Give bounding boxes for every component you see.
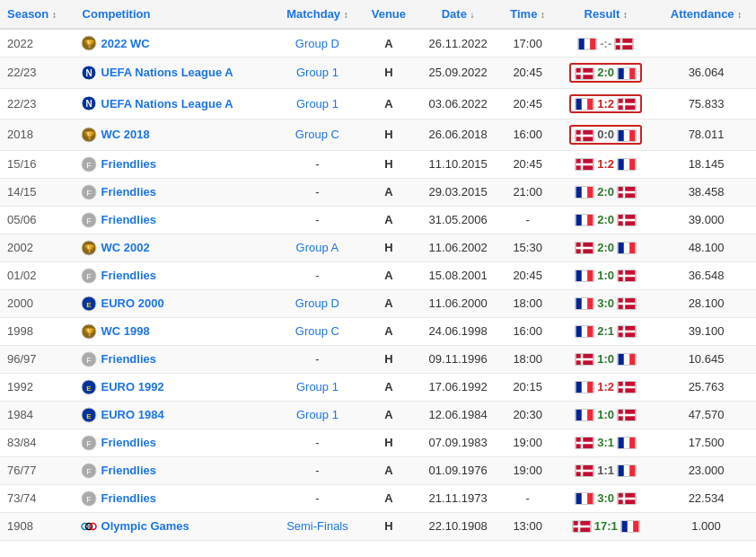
- attendance-cell: 17.500: [656, 429, 756, 456]
- svg-rect-2: [579, 39, 585, 49]
- table-row: 01/02 F Friendlies - A 15.08.2001 20:45 …: [0, 261, 756, 289]
- venue-cell: A: [361, 456, 416, 484]
- season-cell: 76/77: [0, 456, 75, 484]
- venue-cell: H: [361, 512, 416, 540]
- venue-cell: A: [361, 178, 416, 206]
- competition-cell: 🏆 WC 2018: [75, 119, 274, 151]
- competition-cell: E EURO 1984: [75, 401, 274, 429]
- svg-rect-43: [582, 187, 587, 198]
- col-attendance[interactable]: Attendance ↕: [656, 0, 756, 29]
- flag2: [617, 213, 637, 227]
- matchday-cell: Group 1: [274, 88, 362, 119]
- score: 3:0: [597, 491, 614, 505]
- venue-cell: A: [361, 206, 416, 234]
- flag2: [617, 296, 637, 311]
- attendance-cell: 47.570: [656, 401, 756, 429]
- svg-rect-50: [576, 215, 582, 225]
- score: 3:0: [597, 296, 614, 310]
- season-cell: 1908: [0, 512, 75, 540]
- col-result[interactable]: Result ↕: [555, 0, 656, 29]
- svg-text:F: F: [86, 495, 92, 504]
- svg-rect-44: [587, 187, 593, 198]
- competition-cell: 🏆 WC 2002: [75, 234, 274, 261]
- flag1: [575, 241, 594, 255]
- table-row: 2022 🏆 2022 WC Group D A 26.11.2022 17:0…: [0, 29, 756, 57]
- attendance-cell: 39.100: [656, 317, 756, 345]
- svg-text:🏆: 🏆: [84, 39, 94, 49]
- svg-rect-82: [576, 326, 582, 337]
- svg-rect-119: [629, 438, 635, 448]
- attendance-cell: 38.458: [656, 178, 756, 206]
- table-row: 2002 🏆 WC 2002 Group A H 11.06.2002 15:3…: [0, 234, 756, 261]
- svg-rect-15: [629, 68, 635, 79]
- score: 1:2: [597, 157, 614, 171]
- season-cell: 1998: [0, 317, 75, 345]
- season-cell: 83/84: [0, 429, 75, 456]
- col-time[interactable]: Time ↕: [500, 0, 556, 29]
- date-cell: 31.05.2006: [416, 206, 500, 234]
- competition-icon: F: [81, 463, 97, 479]
- table-row: 14/15 F Friendlies - A 29.03.2015 21:00 …: [0, 178, 756, 206]
- competition-icon: N: [81, 65, 97, 81]
- competition-icon: 🏆: [81, 323, 97, 340]
- col-matchday[interactable]: Matchday ↕: [274, 0, 362, 29]
- table-row: 83/84 F Friendlies - H 07.09.1983 19:00 …: [0, 429, 756, 456]
- table-row: 22/23 N UEFA Nations League A Group 1 H …: [0, 57, 756, 89]
- attendance-cell: 78.011: [656, 119, 756, 151]
- date-cell: 11.06.2002: [416, 234, 500, 261]
- svg-rect-84: [587, 326, 593, 337]
- svg-rect-143: [628, 521, 633, 532]
- flag1: [575, 380, 594, 394]
- venue-cell: A: [361, 289, 416, 317]
- time-cell: 20:15: [500, 373, 556, 401]
- flag1: [575, 352, 594, 367]
- competition-icon: N: [81, 95, 97, 111]
- flag1: [575, 491, 594, 506]
- competition-icon: F: [81, 491, 97, 507]
- svg-rect-76: [587, 298, 593, 309]
- svg-rect-30: [624, 130, 629, 141]
- svg-rect-12: [576, 72, 593, 75]
- date-cell: 26.11.2022: [416, 29, 500, 57]
- flag2: [617, 436, 637, 450]
- attendance-cell: [656, 29, 756, 57]
- sort-arrow-result: ↕: [623, 10, 628, 20]
- svg-rect-68: [587, 270, 593, 281]
- svg-point-138: [90, 523, 96, 529]
- result-cell: 1:2: [555, 373, 656, 401]
- sort-arrow-attendance: ↕: [737, 10, 742, 20]
- col-season[interactable]: Season ↕: [0, 0, 75, 29]
- svg-rect-117: [619, 438, 624, 448]
- score: 1:2: [597, 97, 614, 111]
- svg-text:F: F: [86, 272, 92, 281]
- attendance-cell: 1.000: [656, 512, 756, 540]
- svg-text:F: F: [86, 467, 92, 476]
- flag1: [572, 519, 592, 534]
- score: -:-: [600, 37, 611, 50]
- competition-icon: 🏆: [81, 127, 97, 143]
- competition-cell: Olympic Games: [75, 512, 274, 540]
- svg-rect-39: [629, 159, 635, 170]
- table-row: 1984 E EURO 1984 Group 1 A 12.06.1984 20…: [0, 401, 756, 429]
- svg-rect-127: [629, 465, 635, 476]
- col-venue[interactable]: Venue: [361, 0, 416, 29]
- flag1: [575, 97, 594, 111]
- svg-rect-51: [582, 215, 587, 225]
- date-cell: 11.10.2015: [416, 150, 500, 178]
- venue-cell: H: [361, 57, 416, 89]
- flag2: [617, 241, 637, 255]
- season-cell: 05/06: [0, 206, 75, 234]
- col-competition[interactable]: Competition: [75, 0, 274, 29]
- competition-cell: N UEFA Nations League A: [75, 57, 274, 89]
- flag2: [617, 269, 637, 283]
- col-date[interactable]: Date ↓: [416, 0, 500, 29]
- time-cell: 17:00: [500, 29, 556, 57]
- time-cell: -: [500, 206, 556, 234]
- svg-text:F: F: [86, 161, 92, 170]
- svg-rect-87: [619, 331, 636, 333]
- competition-icon: 🏆: [81, 35, 97, 51]
- competition-icon: F: [81, 268, 97, 284]
- season-cell: 73/74: [0, 484, 75, 512]
- time-cell: 18:00: [500, 289, 556, 317]
- flag2: [617, 324, 637, 339]
